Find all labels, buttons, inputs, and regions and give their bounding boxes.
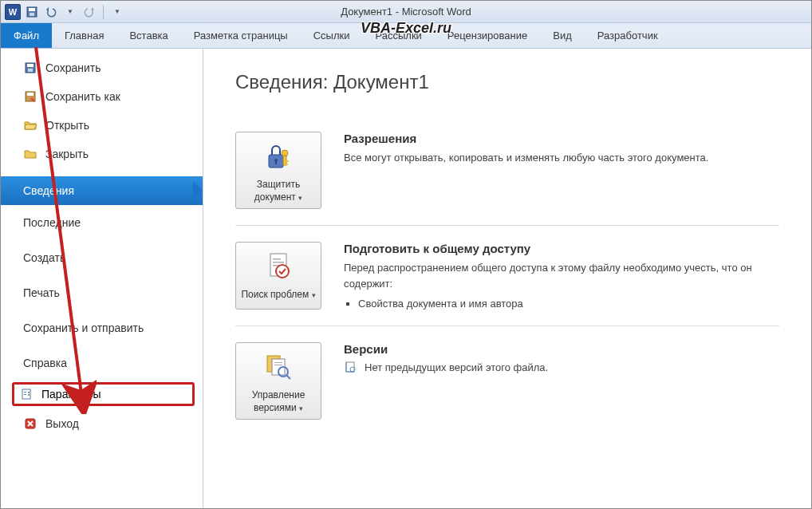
svg-rect-2 xyxy=(30,13,34,16)
options-icon xyxy=(21,388,34,400)
save-as-icon xyxy=(23,89,37,104)
document-check-icon xyxy=(262,251,294,282)
description: Все могут открывать, копировать и изменя… xyxy=(344,150,779,166)
svg-rect-10 xyxy=(24,394,26,395)
qat-dropdown[interactable]: ▼ xyxy=(61,3,79,21)
page-title: Сведения: Документ1 xyxy=(235,71,779,93)
qat-customize-dropdown[interactable]: ▼ xyxy=(108,3,126,21)
side-label: Сведения xyxy=(23,184,74,197)
title-bar: W ▼ ▼ Документ1 - Microsoft Word xyxy=(1,1,811,23)
prepare-block: Поиск проблем ▾ Подготовить к общему дос… xyxy=(235,225,779,326)
tab-insert[interactable]: Вставка xyxy=(116,23,180,48)
side-help[interactable]: Справка xyxy=(1,345,203,381)
qat-undo-button[interactable] xyxy=(42,3,60,21)
svg-rect-16 xyxy=(275,161,277,164)
side-recent[interactable]: Последние xyxy=(1,205,203,240)
tab-page-layout[interactable]: Разметка страницы xyxy=(181,23,301,48)
side-label: Сохранить как xyxy=(45,90,120,103)
svg-rect-4 xyxy=(27,64,34,67)
heading: Подготовить к общему доступу xyxy=(344,242,779,255)
qat-redo-button[interactable] xyxy=(81,3,98,21)
side-label: Выход xyxy=(45,417,79,430)
folder-close-icon xyxy=(23,147,37,161)
side-options[interactable]: Параметры xyxy=(12,382,195,406)
manage-versions-button[interactable]: Управление версиями ▾ xyxy=(235,342,321,420)
app-icon[interactable]: W xyxy=(4,3,22,21)
svg-rect-28 xyxy=(274,362,282,363)
protect-document-button[interactable]: Защитить документ ▾ xyxy=(235,132,321,209)
permissions-block: Защитить документ ▾ Разрешения Все могут… xyxy=(235,116,779,225)
svg-line-31 xyxy=(286,375,290,379)
side-info[interactable]: Сведения xyxy=(1,176,203,205)
tab-review[interactable]: Рецензирование xyxy=(435,23,540,48)
svg-point-25 xyxy=(276,265,289,278)
svg-rect-23 xyxy=(273,262,284,263)
save-icon xyxy=(23,61,37,75)
exit-icon xyxy=(23,416,37,431)
side-exit[interactable]: Выход xyxy=(1,409,203,438)
heading: Версии xyxy=(344,342,779,356)
tab-references[interactable]: Ссылки xyxy=(301,23,363,48)
side-save[interactable]: Сохранить xyxy=(1,53,203,82)
side-save-as[interactable]: Сохранить как xyxy=(1,82,203,111)
quick-access-toolbar: W ▼ ▼ xyxy=(1,3,126,21)
side-new[interactable]: Создать xyxy=(1,240,203,275)
tab-view[interactable]: Вид xyxy=(540,23,585,48)
svg-rect-29 xyxy=(274,365,282,365)
tab-home[interactable]: Главная xyxy=(52,23,116,48)
qat-separator xyxy=(103,5,104,19)
backstage-side-menu: Сохранить Сохранить как Открыть Закрыть … xyxy=(1,49,203,508)
side-label: Сохранить xyxy=(45,61,101,74)
svg-point-11 xyxy=(28,392,30,393)
versions-block: Управление версиями ▾ Версии Нет предыду… xyxy=(235,326,779,436)
tab-file[interactable]: Файл xyxy=(1,23,52,48)
side-label: Закрыть xyxy=(45,148,89,160)
description: Перед распространением общего доступа к … xyxy=(344,260,779,291)
documents-magnify-icon xyxy=(262,351,294,383)
side-save-send[interactable]: Сохранить и отправить xyxy=(1,310,203,345)
ribbon-tabs: Файл Главная Вставка Разметка страницы С… xyxy=(1,23,811,49)
svg-rect-9 xyxy=(24,392,26,393)
description: Нет предыдущих версий этого файла. xyxy=(365,361,548,373)
svg-point-12 xyxy=(28,394,30,396)
side-close[interactable]: Закрыть xyxy=(1,140,203,168)
lock-key-icon xyxy=(262,140,294,172)
svg-rect-20 xyxy=(286,164,288,165)
list-item: Свойства документа и имя автора xyxy=(358,298,779,310)
svg-rect-7 xyxy=(27,93,34,96)
side-print[interactable]: Печать xyxy=(1,275,203,310)
versions-text: Версии Нет предыдущих версий этого файла… xyxy=(344,342,779,420)
side-label: Открыть xyxy=(45,119,89,132)
window-title: Документ1 - Microsoft Word xyxy=(341,6,471,18)
side-label: Параметры xyxy=(41,388,101,400)
svg-rect-22 xyxy=(273,258,281,260)
permissions-text: Разрешения Все могут открывать, копирова… xyxy=(344,132,779,209)
heading: Разрешения xyxy=(344,132,779,145)
backstage-view: Сохранить Сохранить как Открыть Закрыть … xyxy=(1,49,811,508)
check-issues-button[interactable]: Поиск проблем ▾ xyxy=(235,242,321,310)
tab-mailings[interactable]: Рассылки xyxy=(363,23,435,48)
qat-save-button[interactable] xyxy=(23,3,41,21)
tab-developer[interactable]: Разработчик xyxy=(585,23,671,48)
side-open[interactable]: Открыть xyxy=(1,111,203,140)
prepare-text: Подготовить к общему доступу Перед распр… xyxy=(344,242,779,310)
document-version-icon xyxy=(344,361,357,373)
svg-rect-1 xyxy=(29,8,35,11)
backstage-content: Сведения: Документ1 Защит xyxy=(203,49,811,508)
svg-rect-5 xyxy=(28,69,33,72)
folder-open-icon xyxy=(23,118,37,132)
svg-rect-19 xyxy=(286,160,289,162)
